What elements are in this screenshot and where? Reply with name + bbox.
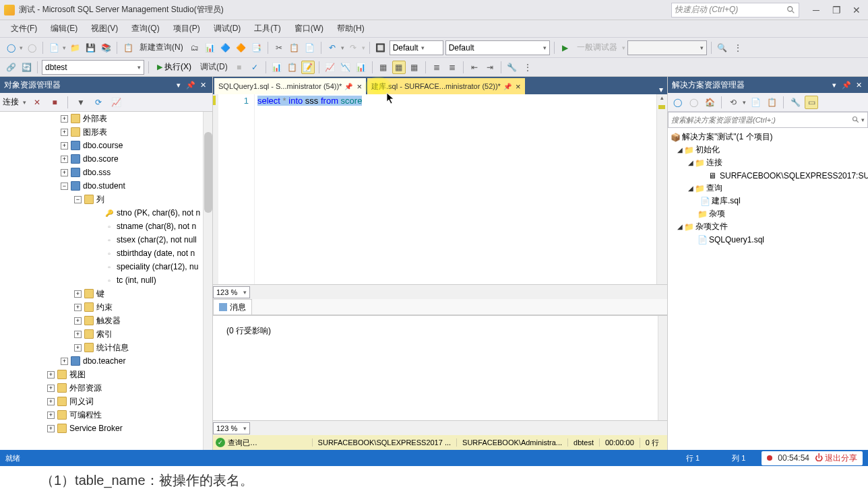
- results-text-icon[interactable]: ▦: [377, 61, 390, 74]
- paste-icon[interactable]: 📄: [303, 41, 317, 55]
- estimated-plan-icon[interactable]: 📊: [270, 61, 284, 74]
- panel-pin-icon[interactable]: 📌: [185, 79, 196, 90]
- zoom-selector-2[interactable]: 123 %▾: [213, 422, 250, 434]
- back-icon[interactable]: ◯: [4, 41, 18, 55]
- tree-column[interactable]: stname (char(8), not n: [117, 222, 196, 231]
- panel-dropdown-icon[interactable]: ▾: [173, 79, 184, 90]
- panel-pin-icon[interactable]: 📌: [841, 79, 852, 90]
- execute-button[interactable]: ▶执行(X): [153, 60, 195, 75]
- panel-close-icon[interactable]: ✕: [853, 79, 864, 90]
- tree-column[interactable]: stbirthday (date, not n: [117, 249, 195, 258]
- tree-folder[interactable]: 同义词: [69, 396, 94, 407]
- tree-folder[interactable]: 图形表: [83, 127, 107, 138]
- save-icon[interactable]: 💾: [84, 41, 97, 55]
- editor-scrollbar[interactable]: ▴: [656, 94, 667, 284]
- indent-less-icon[interactable]: ⇤: [468, 61, 481, 74]
- tree-column[interactable]: stsex (char(2), not null: [117, 235, 197, 244]
- filter-icon[interactable]: ▼: [74, 96, 88, 109]
- menu-query[interactable]: 查询(Q): [125, 20, 166, 37]
- tab-sqlquery1[interactable]: SQLQuery1.sql - S...ministrator (54))*📌×: [214, 78, 366, 94]
- results-file-icon[interactable]: ▦: [408, 61, 421, 74]
- messages-panel[interactable]: (0 行受影响): [213, 315, 667, 420]
- menu-window[interactable]: 窗口(W): [288, 20, 330, 37]
- menu-debug[interactable]: 调试(D): [207, 20, 248, 37]
- live-stats-icon[interactable]: 📉: [339, 61, 352, 74]
- change-conn-icon[interactable]: 🔄: [20, 61, 33, 74]
- new-icon[interactable]: 📄: [47, 41, 61, 55]
- mdx-icon[interactable]: 🔷: [219, 41, 232, 55]
- maximize-button[interactable]: ❐: [829, 3, 844, 18]
- parse-icon[interactable]: ✓: [248, 61, 261, 74]
- menu-view[interactable]: 视图(V): [84, 20, 125, 37]
- quick-launch-input[interactable]: 快速启动 (Ctrl+Q): [671, 3, 799, 18]
- tree-folder[interactable]: 统计信息: [96, 342, 129, 354]
- sln-folder[interactable]: 杂项文件: [695, 221, 728, 232]
- sln-root[interactable]: 解决方案"测试"(1 个项目): [682, 131, 773, 143]
- sln-project[interactable]: 初始化: [695, 144, 720, 156]
- close-button[interactable]: ✕: [849, 3, 864, 18]
- sln-showall-icon[interactable]: 📄: [749, 96, 762, 109]
- tabs-dropdown-icon[interactable]: ▾: [655, 85, 667, 94]
- tree-folder[interactable]: 外部资源: [69, 383, 102, 394]
- menu-project[interactable]: 项目(P): [166, 20, 207, 37]
- cut-icon[interactable]: ✂: [272, 41, 286, 55]
- sln-folder[interactable]: 查询: [706, 183, 722, 194]
- sln-back-icon[interactable]: ◯: [671, 96, 684, 109]
- comment-icon[interactable]: ≣: [430, 61, 443, 74]
- messages-scrollbar[interactable]: [658, 316, 667, 420]
- analysis-icon[interactable]: 📊: [204, 41, 217, 55]
- menu-help[interactable]: 帮助(H): [330, 20, 371, 37]
- intellisense-icon[interactable]: 📝: [301, 61, 315, 74]
- uncomment-icon[interactable]: ≣: [445, 61, 459, 74]
- tree-table[interactable]: dbo.score: [83, 154, 119, 164]
- more-icon[interactable]: ⋮: [731, 41, 745, 55]
- sln-properties-icon[interactable]: 🔧: [788, 96, 802, 109]
- close-icon[interactable]: ×: [356, 81, 362, 92]
- minimize-button[interactable]: ─: [809, 3, 824, 18]
- tree-column[interactable]: tc (int, null): [117, 275, 156, 285]
- tree-folder[interactable]: 可编程性: [69, 409, 102, 421]
- new-query-icon[interactable]: 📋: [121, 41, 135, 55]
- tree-folder[interactable]: 外部表: [83, 113, 107, 125]
- stop-conn-icon[interactable]: ■: [48, 96, 61, 109]
- xmla-icon[interactable]: 📑: [250, 41, 264, 55]
- sln-home-icon[interactable]: 🏠: [703, 96, 716, 109]
- sln-file[interactable]: SQLQuery1.sql: [709, 235, 764, 244]
- sln-folder[interactable]: 连接: [706, 157, 722, 168]
- tree-folder[interactable]: 触发器: [96, 315, 121, 327]
- undo-icon[interactable]: ↶: [326, 41, 339, 55]
- sln-preview-icon[interactable]: ▭: [805, 96, 818, 109]
- exit-share-button[interactable]: ⏻退出分享: [815, 453, 857, 464]
- sln-connection[interactable]: SURFACEBOOK\SQLEXPRESS2017:SU: [720, 171, 868, 180]
- debug-start-icon[interactable]: ▶: [559, 41, 572, 55]
- tree-column[interactable]: stno (PK, char(6), not n: [117, 208, 200, 218]
- debug-button[interactable]: 调试(D): [197, 61, 230, 73]
- object-tree[interactable]: +外部表 +图形表 +dbo.course +dbo.score +dbo.ss…: [0, 112, 212, 450]
- database-selector[interactable]: dbtest▾: [42, 60, 144, 75]
- sln-collapse-icon[interactable]: 📋: [765, 96, 778, 109]
- specify-values-icon[interactable]: 🔧: [505, 61, 519, 74]
- solution-search-input[interactable]: [671, 116, 852, 124]
- panel-close-icon[interactable]: ✕: [197, 79, 208, 90]
- tree-folder[interactable]: 键: [96, 288, 104, 300]
- panel-dropdown-icon[interactable]: ▾: [829, 79, 840, 90]
- copy-icon[interactable]: 📋: [288, 41, 301, 55]
- menu-edit[interactable]: 编辑(E): [44, 20, 84, 37]
- pin-icon[interactable]: 📌: [503, 83, 512, 90]
- dmx-icon[interactable]: 🔶: [235, 41, 248, 55]
- db-query-icon[interactable]: 🗂: [188, 41, 202, 55]
- tree-folder[interactable]: 列: [96, 194, 104, 205]
- activity-icon[interactable]: 📈: [109, 96, 123, 109]
- sln-sync-icon[interactable]: ⟲: [726, 96, 740, 109]
- tree-folder[interactable]: 视图: [69, 369, 86, 381]
- tree-folder[interactable]: 约束: [96, 302, 113, 313]
- tree-table[interactable]: dbo.student: [83, 181, 125, 191]
- tree-table[interactable]: dbo.course: [83, 141, 123, 150]
- actual-plan-icon[interactable]: 📈: [323, 61, 337, 74]
- menu-tools[interactable]: 工具(T): [247, 20, 287, 37]
- tree-scrollbar[interactable]: [203, 112, 212, 450]
- tree-table[interactable]: dbo.teacher: [83, 356, 125, 366]
- results-grid-icon[interactable]: ▦: [392, 61, 406, 74]
- sql-editor[interactable]: 1 select * into sss from score ▴: [213, 94, 667, 284]
- messages-tab[interactable]: 消息: [213, 299, 252, 315]
